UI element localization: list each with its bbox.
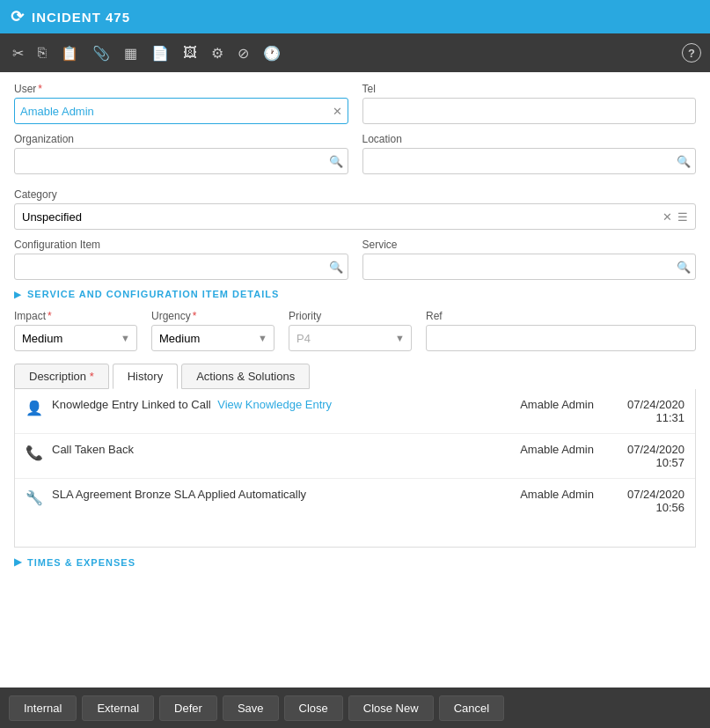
- times-label: TIMES & EXPENSES: [27, 557, 135, 568]
- impact-select[interactable]: Low Medium High: [14, 325, 137, 351]
- category-icons: ✕ ☰: [662, 210, 688, 224]
- external-button[interactable]: External: [82, 695, 154, 721]
- urgency-label: Urgency*: [151, 310, 274, 322]
- toolbar: ✂ ⎘ 📋 📎 ▦ 📄 🖼 ⚙ ⊘ 🕐 ?: [0, 33, 710, 72]
- category-clear-icon[interactable]: ✕: [662, 210, 672, 224]
- tab-description[interactable]: Description *: [14, 364, 109, 389]
- tab-actions-solutions[interactable]: Actions & Solutions: [181, 364, 310, 389]
- times-expenses-section[interactable]: ▶ TIMES & EXPENSES: [14, 548, 696, 575]
- category-label: Category: [14, 188, 696, 201]
- org-location-row: Organization 🔍 Location 🔍: [14, 133, 696, 174]
- history-date-1: 07/24/202010:57: [610, 443, 684, 469]
- grid-icon[interactable]: ▦: [121, 41, 141, 65]
- title-bar: ⟳ INCIDENT 475: [0, 0, 710, 33]
- view-knowledge-link[interactable]: View Knowledge Entry: [217, 398, 332, 411]
- history-date-2: 07/24/202010:56: [610, 488, 684, 514]
- section-label: SERVICE AND CONFIGURATION ITEM DETAILS: [27, 289, 279, 299]
- service-input[interactable]: [362, 254, 697, 280]
- cut-icon[interactable]: ✂: [9, 41, 27, 65]
- org-group: Organization 🔍: [14, 133, 348, 174]
- ref-group: Ref: [426, 310, 696, 351]
- paste-icon[interactable]: 📋: [57, 41, 82, 65]
- copy-icon[interactable]: ⎘: [34, 41, 50, 64]
- history-icon-2: 🔧: [26, 489, 43, 506]
- location-search-icon[interactable]: 🔍: [677, 155, 691, 168]
- attachment-icon[interactable]: 📎: [89, 41, 113, 65]
- user-input[interactable]: [20, 105, 329, 118]
- priority-select-wrapper: P4 ▼: [289, 325, 412, 351]
- main-content: User* ✕ Tel Organization 🔍 Location 🔍: [0, 72, 710, 688]
- save-button[interactable]: Save: [223, 695, 279, 721]
- config-item-label: Configuration Item: [14, 239, 348, 251]
- user-label: User*: [14, 83, 348, 95]
- clock-icon[interactable]: 🕐: [260, 41, 284, 65]
- service-config-section[interactable]: ▶ SERVICE AND CONFIGURATION ITEM DETAILS: [14, 289, 696, 299]
- urgency-select-wrapper: Low Medium High ▼: [151, 325, 274, 351]
- config-service-row: Configuration Item 🔍 Service 🔍: [14, 239, 696, 280]
- help-button[interactable]: ?: [682, 43, 701, 63]
- times-chevron-icon: ▶: [14, 556, 22, 568]
- priority-group: Priority P4 ▼: [289, 310, 412, 351]
- cancel-button[interactable]: Cancel: [439, 695, 504, 721]
- link-icon[interactable]: ⊘: [234, 41, 253, 65]
- tab-history[interactable]: History: [113, 364, 178, 389]
- user-group: User* ✕: [14, 83, 348, 124]
- priority-select[interactable]: P4: [289, 325, 412, 351]
- history-icon-0: 👤: [26, 400, 43, 416]
- org-search-icon[interactable]: 🔍: [329, 155, 343, 168]
- service-group: Service 🔍: [362, 239, 697, 280]
- user-clear-icon[interactable]: ✕: [333, 105, 342, 118]
- impact-group: Impact* Low Medium High ▼: [14, 310, 137, 351]
- ref-input[interactable]: [426, 325, 696, 351]
- close-button[interactable]: Close: [284, 695, 343, 721]
- service-input-wrapper: 🔍: [362, 254, 697, 280]
- image-icon[interactable]: 🖼: [179, 41, 201, 64]
- user-input-wrapper: ✕: [14, 98, 348, 124]
- history-date-0: 07/24/202011:31: [610, 398, 684, 424]
- history-item-2: 🔧 SLA Agreement Bronze SLA Applied Autom…: [15, 479, 695, 523]
- service-label: Service: [362, 239, 697, 251]
- category-row: Category ✕ ☰: [14, 188, 696, 230]
- category-menu-icon[interactable]: ☰: [677, 210, 688, 224]
- tabs-bar: Description * History Actions & Solution…: [14, 364, 696, 389]
- service-search-icon[interactable]: 🔍: [677, 261, 691, 274]
- urgency-select[interactable]: Low Medium High: [151, 325, 274, 351]
- ref-label: Ref: [426, 310, 696, 322]
- category-group: Category ✕ ☰: [14, 188, 696, 230]
- config-item-input-wrapper: 🔍: [14, 254, 348, 280]
- history-text-1: Call Taken Back: [52, 443, 511, 456]
- category-input[interactable]: [22, 210, 662, 224]
- settings-icon[interactable]: ⚙: [208, 41, 227, 65]
- location-input[interactable]: [362, 148, 697, 174]
- tel-group: Tel: [362, 83, 697, 124]
- bottom-bar: Internal External Defer Save Close Close…: [0, 688, 710, 728]
- history-item-0: 👤 Knowledge Entry Linked to Call View Kn…: [15, 389, 695, 434]
- history-text-0: Knowledge Entry Linked to Call View Know…: [52, 398, 511, 411]
- config-item-group: Configuration Item 🔍: [14, 239, 348, 280]
- location-label: Location: [362, 133, 697, 145]
- org-label: Organization: [14, 133, 348, 145]
- config-item-input[interactable]: [14, 254, 348, 280]
- tel-label: Tel: [362, 83, 697, 95]
- tel-input[interactable]: [362, 98, 697, 124]
- impact-label: Impact*: [14, 310, 137, 322]
- doc-icon[interactable]: 📄: [148, 41, 172, 65]
- close-new-button[interactable]: Close New: [348, 695, 434, 721]
- location-group: Location 🔍: [362, 133, 697, 174]
- org-input[interactable]: [14, 148, 348, 174]
- history-icon-1: 📞: [26, 445, 43, 461]
- history-panel: 👤 Knowledge Entry Linked to Call View Kn…: [14, 389, 696, 548]
- config-search-icon[interactable]: 🔍: [329, 261, 343, 274]
- incident-icon: ⟳: [11, 7, 25, 26]
- internal-button[interactable]: Internal: [9, 695, 77, 721]
- history-author-1: Amable Admin: [520, 443, 594, 456]
- location-input-wrapper: 🔍: [362, 148, 697, 174]
- history-author-2: Amable Admin: [520, 488, 594, 501]
- org-input-wrapper: 🔍: [14, 148, 348, 174]
- impact-urgency-row: Impact* Low Medium High ▼ Urgency* Low M…: [14, 310, 696, 351]
- user-tel-row: User* ✕ Tel: [14, 83, 696, 124]
- section-chevron-icon: ▶: [14, 290, 22, 299]
- defer-button[interactable]: Defer: [159, 695, 217, 721]
- page-title: INCIDENT 475: [32, 10, 130, 25]
- category-wrapper: ✕ ☰: [14, 203, 696, 230]
